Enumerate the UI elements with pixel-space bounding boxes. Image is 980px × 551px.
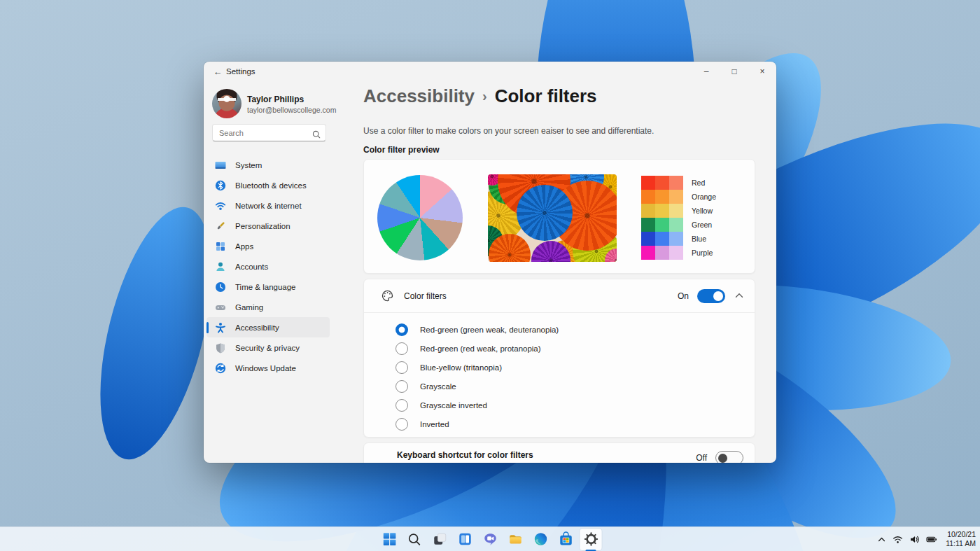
filter-option-3[interactable]: Blue-yellow (tritanopia) <box>364 358 755 377</box>
personalization-icon <box>215 221 226 232</box>
tray-date: 10/20/21 <box>946 530 976 539</box>
chevron-up-icon[interactable] <box>735 293 743 299</box>
swatch-row-green: Green <box>641 218 716 232</box>
file-explorer-icon <box>507 531 523 547</box>
preview-pinwheel-image <box>488 174 617 262</box>
sidebar-item-network-internet[interactable]: Network & internet <box>206 195 330 216</box>
swatch-row-blue: Blue <box>641 232 716 246</box>
battery-icon[interactable] <box>926 534 937 545</box>
sidebar-item-label: Time & language <box>235 283 296 291</box>
volume-icon[interactable] <box>909 534 920 545</box>
swatch-cell <box>655 246 669 260</box>
preview-color-swatches: RedOrangeYellowGreenBluePurple <box>641 176 716 260</box>
sidebar-item-label: Windows Update <box>235 364 296 372</box>
gaming-icon <box>215 302 226 313</box>
taskbar-start-button[interactable] <box>379 529 400 550</box>
sidebar-item-time-language[interactable]: Time & language <box>206 277 330 297</box>
radio-button[interactable] <box>396 418 408 431</box>
taskbar-search-button[interactable] <box>404 529 426 550</box>
swatch-cell <box>655 232 669 246</box>
color-filters-toggle[interactable] <box>697 289 725 303</box>
filter-option-6[interactable]: Inverted <box>364 414 755 433</box>
swatch-row-red: Red <box>641 176 716 190</box>
page-description: Use a color filter to make colors on you… <box>363 126 654 136</box>
sidebar-item-personalization[interactable]: Personalization <box>206 216 330 236</box>
sidebar-item-label: Personalization <box>235 222 290 230</box>
swatch-label: Orange <box>692 193 716 201</box>
sidebar-item-apps[interactable]: Apps <box>206 236 330 256</box>
swatch-cell <box>641 218 655 232</box>
keyboard-shortcut-toggle[interactable] <box>715 451 743 463</box>
breadcrumb-separator: › <box>475 88 495 104</box>
taskbar-settings-button[interactable] <box>580 529 602 550</box>
swatch-label: Red <box>692 179 705 187</box>
swatch-cell <box>655 218 669 232</box>
preview-pie-chart <box>377 175 463 260</box>
swatch-cell <box>641 176 655 190</box>
minimize-button[interactable]: – <box>692 62 720 81</box>
settings-window: ← Settings – □ × Taylor Phillips taylor@… <box>204 62 776 463</box>
taskbar-chat-button[interactable] <box>479 529 501 550</box>
swatch-cell <box>641 204 655 218</box>
filter-option-4[interactable]: Grayscale <box>364 377 755 396</box>
radio-button[interactable] <box>396 323 408 336</box>
keyboard-shortcut-card: Keyboard shortcut for color filters Pres… <box>363 442 755 463</box>
sidebar-item-security-privacy[interactable]: Security & privacy <box>206 337 330 358</box>
radio-button[interactable] <box>396 361 408 374</box>
sidebar-item-bluetooth-devices[interactable]: Bluetooth & devices <box>206 175 330 195</box>
settings-icon <box>583 531 598 547</box>
filter-option-label: Blue-yellow (tritanopia) <box>420 363 502 372</box>
windows-update-icon <box>215 363 226 374</box>
search-icon <box>407 532 422 547</box>
task-view-icon <box>432 531 447 547</box>
maximize-button[interactable]: □ <box>720 62 748 81</box>
palette-icon <box>381 289 394 302</box>
swatch-label: Blue <box>692 235 706 243</box>
swatch-cell <box>669 176 683 190</box>
sidebar-item-system[interactable]: System <box>206 155 330 175</box>
color-filters-row[interactable]: Color filters On <box>364 279 755 313</box>
sidebar-item-label: Bluetooth & devices <box>235 181 307 190</box>
taskbar-file-explorer-button[interactable] <box>505 529 526 550</box>
apps-icon <box>215 241 226 252</box>
taskbar-edge-button[interactable] <box>530 529 552 550</box>
radio-button[interactable] <box>396 399 408 412</box>
color-filters-label: Color filters <box>404 291 678 301</box>
search-icon <box>312 129 321 141</box>
window-title: Settings <box>226 62 255 81</box>
swatch-label: Yellow <box>692 207 713 215</box>
back-button[interactable]: ← <box>208 62 227 81</box>
taskbar-store-button[interactable] <box>555 529 577 550</box>
time-language-icon <box>215 281 226 293</box>
widgets-icon <box>457 531 472 547</box>
tray-time: 11:11 AM <box>946 539 976 548</box>
user-name: Taylor Phillips <box>247 95 304 104</box>
radio-button[interactable] <box>396 342 408 355</box>
sidebar-item-label: Gaming <box>235 303 263 312</box>
filter-option-1[interactable]: Red-green (green weak, deuteranopia) <box>364 320 755 339</box>
sidebar-item-label: Accessibility <box>235 323 279 332</box>
filter-option-5[interactable]: Grayscale inverted <box>364 396 755 414</box>
edge-icon <box>533 531 548 547</box>
sidebar-item-label: Apps <box>235 242 253 251</box>
chevron-up-icon[interactable] <box>877 535 886 544</box>
sidebar-item-windows-update[interactable]: Windows Update <box>206 358 330 378</box>
sidebar-item-accounts[interactable]: Accounts <box>206 256 330 277</box>
sidebar-item-gaming[interactable]: Gaming <box>206 297 330 317</box>
filter-option-2[interactable]: Red-green (red weak, protanopia) <box>364 339 755 358</box>
taskbar-clock[interactable]: 10/20/21 11:11 AM <box>944 530 976 548</box>
sidebar-item-label: Accounts <box>235 263 268 271</box>
radio-button[interactable] <box>396 380 408 393</box>
avatar <box>212 89 241 118</box>
breadcrumb: Accessibility›Color filters <box>363 85 597 107</box>
sidebar-item-accessibility[interactable]: Accessibility <box>206 317 330 337</box>
taskbar-task-view-button[interactable] <box>429 529 451 550</box>
store-icon <box>558 531 573 547</box>
search-input[interactable] <box>213 125 326 141</box>
bluetooth-icon <box>215 180 226 191</box>
breadcrumb-parent[interactable]: Accessibility <box>363 85 475 106</box>
close-button[interactable]: × <box>748 62 776 81</box>
titlebar: ← Settings – □ × <box>204 62 776 81</box>
taskbar-widgets-button[interactable] <box>454 529 476 550</box>
wifi-icon[interactable] <box>892 534 903 545</box>
